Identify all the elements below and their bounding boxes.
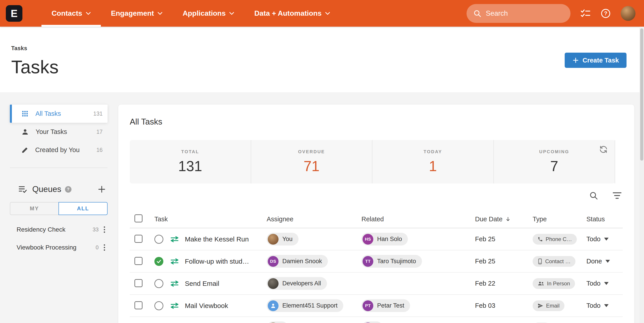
tasks-panel: All Tasks TOTAL131OVERDUE71TODAY1UPCOMIN…	[118, 104, 634, 323]
queue-menu-icon[interactable]	[103, 226, 106, 234]
stat-total: TOTAL131	[130, 140, 251, 184]
queues-help-icon[interactable]: ?	[65, 186, 72, 193]
sidebar-item-count: 131	[93, 110, 103, 117]
task-complete-icon[interactable]	[154, 257, 163, 266]
status-dropdown[interactable]: Todo	[586, 236, 623, 243]
assignee-chip[interactable]: DSDamien Snook	[267, 255, 328, 268]
row-checkbox[interactable]	[134, 235, 142, 243]
nav-item-data-automations[interactable]: Data + Automations	[244, 0, 340, 27]
task-name[interactable]: Follow-up with stud…	[185, 258, 249, 265]
type-label: Contact …	[545, 258, 570, 264]
assignee-chip[interactable]: Element451 Support	[267, 299, 343, 312]
column-header-status[interactable]: Status	[586, 216, 623, 223]
view-title: All Tasks	[130, 104, 623, 126]
breadcrumb[interactable]: Tasks	[11, 27, 27, 52]
sidebar-item-count: 17	[96, 128, 103, 135]
tasks-list-button[interactable]	[580, 9, 591, 18]
select-all-checkbox[interactable]	[134, 214, 142, 222]
status-dropdown[interactable]: Todo	[586, 302, 623, 309]
queue-menu-icon[interactable]	[103, 244, 106, 251]
stat-value: 7	[550, 158, 558, 174]
assignee-avatar	[268, 278, 278, 289]
transfer-arrows-icon	[170, 280, 179, 287]
sidebar-item-created-by-you[interactable]: Created by You16	[10, 141, 108, 159]
table-header: TaskAssigneeRelatedDue DateTypeStatus	[130, 210, 623, 228]
queues-tab-my[interactable]: MY	[10, 202, 58, 215]
task-name[interactable]: Mail Viewbook	[185, 302, 228, 310]
global-search[interactable]	[466, 4, 570, 23]
queues-scope-toggle: MYALL	[10, 202, 108, 215]
status-label: Todo	[586, 302, 600, 309]
help-button[interactable]: ?	[600, 8, 611, 18]
nav-item-applications[interactable]: Applications	[172, 0, 244, 27]
assignee-chip[interactable]: You	[267, 233, 298, 246]
topbar-right: ?	[466, 4, 636, 23]
related-chip[interactable]	[362, 322, 383, 323]
table-row: Send EmailDevelopers AllFeb 22In PersonT…	[130, 272, 623, 295]
scrollbar-thumb[interactable]	[640, 28, 643, 160]
stat-overdue: OVERDUE71	[251, 140, 373, 184]
grid-icon	[21, 110, 29, 117]
caret-down-icon	[604, 282, 608, 285]
assignee-name: Element451 Support	[282, 302, 338, 309]
stat-value: 1	[429, 158, 437, 174]
user-avatar[interactable]	[621, 6, 636, 21]
row-checkbox[interactable]	[134, 257, 142, 265]
sidebar-item-all-tasks[interactable]: All Tasks131	[10, 104, 108, 123]
related-chip[interactable]: TTTaro Tsujimoto	[362, 255, 422, 268]
table-search-button[interactable]	[589, 191, 598, 200]
related-chip[interactable]: HSHan Solo	[362, 233, 408, 246]
search-input[interactable]	[485, 9, 567, 18]
table-tools	[130, 190, 623, 200]
type-label: Email	[546, 302, 560, 309]
refresh-button[interactable]	[598, 145, 608, 154]
table-row: Mail ViewbookElement451 SupportPTPetar T…	[130, 295, 623, 317]
queues-header: Queues ?	[10, 184, 108, 195]
nav-item-label: Applications	[182, 9, 226, 18]
nav-item-contacts[interactable]: Contacts	[42, 0, 101, 27]
table-filter-button[interactable]	[612, 192, 622, 200]
column-header-task[interactable]: Task	[154, 216, 267, 223]
queue-row-residency-check[interactable]: Residency Check33	[10, 221, 108, 238]
stats-bar: TOTAL131OVERDUE71TODAY1UPCOMING7	[130, 140, 615, 184]
type-chip: Email	[533, 300, 564, 311]
related-name: Petar Test	[377, 302, 404, 309]
queue-row-viewbook-processing[interactable]: Viewbook Processing0	[10, 238, 108, 256]
task-incomplete-circle[interactable]	[154, 235, 163, 244]
task-incomplete-circle[interactable]	[154, 279, 163, 288]
assignee-name: Developers All	[282, 280, 321, 287]
status-dropdown[interactable]: Done	[586, 258, 623, 265]
status-dropdown[interactable]: Todo	[586, 280, 623, 287]
assignee-avatar	[268, 300, 278, 311]
column-header-due-date[interactable]: Due Date	[475, 216, 533, 223]
task-name[interactable]: Make the Kessel Run	[185, 236, 249, 243]
nav-item-engagement[interactable]: Engagement	[101, 0, 172, 27]
search-icon	[589, 191, 598, 200]
sidebar-item-your-tasks[interactable]: Your Tasks17	[10, 123, 108, 141]
scrollbar[interactable]	[640, 27, 644, 323]
table-row	[130, 317, 623, 323]
row-checkbox[interactable]	[134, 301, 142, 309]
people-icon	[538, 281, 544, 286]
column-header-related[interactable]: Related	[362, 216, 475, 223]
task-name[interactable]: Send Email	[185, 280, 219, 288]
create-task-button[interactable]: Create Task	[565, 53, 626, 68]
plus-icon	[97, 185, 106, 194]
add-queue-button[interactable]	[97, 185, 106, 194]
tasks-sidebar: All Tasks131Your Tasks17Created by You16…	[10, 104, 108, 256]
column-header-assignee[interactable]: Assignee	[267, 216, 362, 223]
queues-tab-all[interactable]: ALL	[58, 202, 108, 215]
task-incomplete-circle[interactable]	[154, 301, 163, 310]
assignee-name: Damien Snook	[282, 258, 322, 265]
row-checkbox[interactable]	[134, 279, 142, 287]
element451-logo[interactable]: E	[6, 5, 22, 22]
assignee-chip[interactable]: Developers All	[267, 277, 327, 290]
status-label: Todo	[586, 280, 600, 287]
table-row: Follow-up with stud…DSDamien SnookTTTaro…	[130, 250, 623, 272]
related-name: Han Solo	[377, 236, 402, 242]
queues-title: Queues	[32, 184, 62, 194]
related-chip[interactable]: PTPetar Test	[362, 299, 410, 312]
column-label: Assignee	[267, 216, 293, 223]
assignee-chip[interactable]	[267, 322, 288, 323]
column-header-type[interactable]: Type	[533, 216, 586, 223]
